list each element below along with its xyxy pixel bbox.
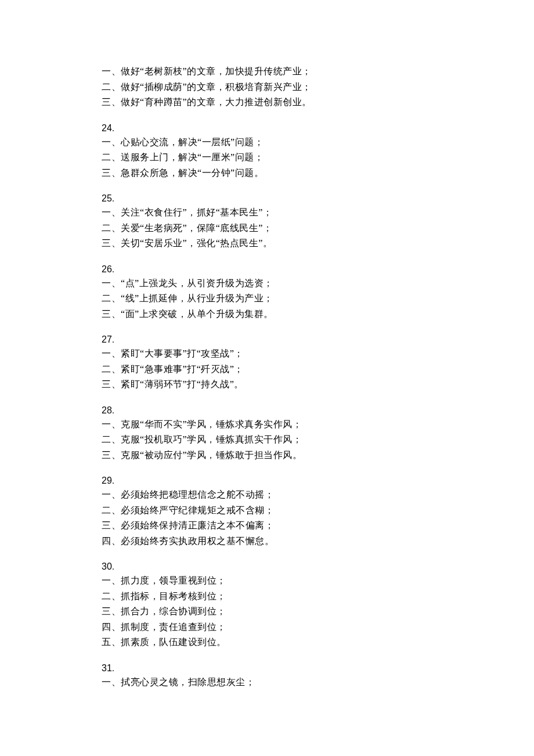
section-number: 27.	[102, 335, 534, 344]
document-page: 一、做好“老树新枝”的文章，加快提升传统产业；二、做好“插柳成荫”的文章，积极培…	[0, 0, 534, 756]
body-line: 三、急群众所急，解决“一分钟”问题。	[102, 168, 534, 178]
body-line: 二、做好“插柳成荫”的文章，积极培育新兴产业；	[102, 82, 534, 92]
body-line: 一、“点”上强龙头，从引资升级为选资；	[102, 279, 534, 288]
body-line: 一、做好“老树新枝”的文章，加快提升传统产业；	[102, 67, 534, 76]
section-gap	[102, 552, 534, 562]
body-line: 五、抓素质，队伍建设到位。	[102, 638, 534, 647]
section-gap	[102, 653, 534, 664]
body-line: 二、“线”上抓延伸，从行业升级为产业；	[102, 294, 534, 303]
body-line: 二、送服务上门，解决“一厘米”问题；	[102, 153, 534, 162]
body-line: 一、关注“衣食住行”，抓好“基本民生”；	[102, 208, 534, 217]
body-line: 二、紧盯“急事难事”打“歼灭战”；	[102, 365, 534, 374]
section-gap	[102, 325, 534, 335]
section-number: 26.	[102, 265, 534, 274]
body-line: 三、抓合力，综合协调到位；	[102, 607, 534, 616]
body-line: 四、抓制度，责任追查到位；	[102, 622, 534, 632]
body-line: 一、抓力度，领导重视到位；	[102, 576, 534, 585]
body-line: 四、必须始终夯实执政用权之基不懈怠。	[102, 537, 534, 546]
body-line: 三、必须始终保持清正廉洁之本不偏离；	[102, 521, 534, 530]
section-gap	[102, 693, 534, 703]
section-number: 25.	[102, 194, 534, 203]
body-line: 一、拭亮心灵之镜，扫除思想灰尘；	[102, 678, 534, 687]
body-line: 二、关爱“生老病死”，保障“底线民生”；	[102, 224, 534, 233]
body-line: 二、抓指标，目标考核到位；	[102, 592, 534, 601]
section-gap	[102, 113, 534, 124]
body-line: 一、必须始终把稳理想信念之舵不动摇；	[102, 490, 534, 499]
section-number: 29.	[102, 476, 534, 485]
section-gap	[102, 183, 534, 194]
section-gap	[102, 395, 534, 406]
section-number: 28.	[102, 406, 534, 415]
body-line: 一、紧盯“大事要事”打“攻坚战”；	[102, 349, 534, 358]
body-line: 三、紧盯“薄弱环节”打“持久战”。	[102, 380, 534, 389]
body-line: 三、克服“被动应付”学风，锤炼敢于担当作风。	[102, 451, 534, 460]
section-number: 30.	[102, 562, 534, 571]
section-number: 31.	[102, 664, 534, 673]
body-line: 一、克服“华而不实”学风，锤炼求真务实作风；	[102, 420, 534, 429]
body-line: 三、关切“安居乐业”，强化“热点民生”。	[102, 239, 534, 248]
body-line: 三、做好“育种蹲苗”的文章，大力推进创新创业。	[102, 98, 534, 107]
section-gap	[102, 254, 534, 265]
body-line: 二、克服“投机取巧”学风，锤炼真抓实干作风；	[102, 435, 534, 444]
body-line: 二、必须始终严守纪律规矩之戒不含糊；	[102, 506, 534, 515]
section-number: 24.	[102, 124, 534, 133]
body-line: 三、“面”上求突破，从单个升级为集群。	[102, 309, 534, 319]
section-gap	[102, 466, 534, 476]
body-line: 一、心贴心交流，解决“一层纸”问题；	[102, 138, 534, 147]
